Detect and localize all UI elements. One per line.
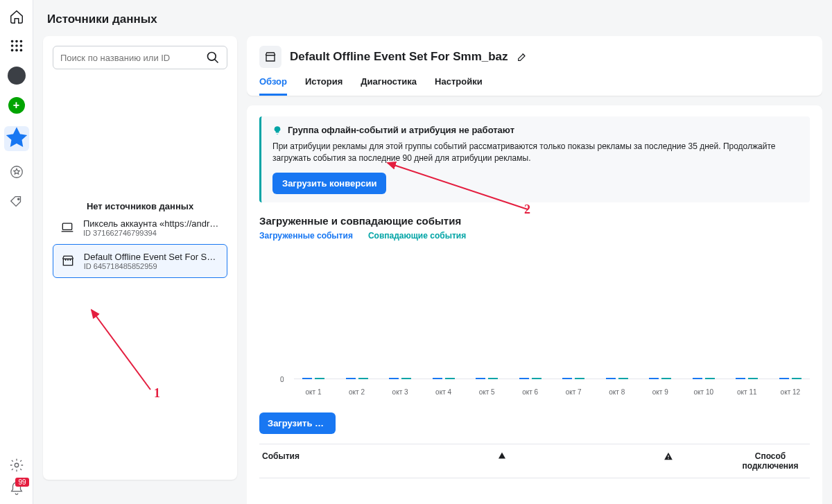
home-icon[interactable] <box>8 8 25 25</box>
annotation-number-2: 2 <box>524 202 530 217</box>
alert-title: Группа офлайн-событий и атрибуция не раб… <box>288 125 514 135</box>
notifications-icon[interactable]: 99 <box>8 480 25 497</box>
svg-point-1 <box>15 40 18 43</box>
nav-rail: + 99 <box>0 0 33 504</box>
add-button[interactable]: + <box>8 97 25 114</box>
svg-point-5 <box>19 44 22 47</box>
svg-point-12 <box>208 53 216 61</box>
search-box[interactable] <box>53 46 227 69</box>
col-warning-indicator <box>398 451 606 471</box>
store-icon <box>259 46 281 68</box>
event-set-title: Default Offline Event Set For Smm_baz <box>290 50 508 64</box>
store-icon <box>59 252 77 270</box>
events-section-title: Загруженные и совпадающие события <box>259 215 810 227</box>
svg-point-2 <box>19 40 22 43</box>
main-area: Источники данных Нет источников данных П… <box>33 0 832 504</box>
warning-triangle-icon <box>498 451 506 460</box>
svg-point-0 <box>10 40 13 43</box>
notification-badge: 99 <box>15 478 28 487</box>
tabs: Обзор История Диагностика Настройки <box>259 76 810 96</box>
body-card: Группа офлайн-событий и атрибуция не раб… <box>247 105 822 504</box>
data-sources-nav-icon[interactable] <box>4 126 29 151</box>
svg-rect-16 <box>668 455 668 457</box>
svg-rect-17 <box>668 458 668 459</box>
svg-point-3 <box>10 44 13 47</box>
events-table-header: События Способ подключения <box>259 444 810 478</box>
upload-conversions-button[interactable]: Загрузить конверсии <box>272 173 386 194</box>
col-events: События <box>259 451 398 471</box>
svg-rect-13 <box>62 223 71 229</box>
legend-uploaded: Загруженные события <box>259 231 353 241</box>
source-item-id: ID 371662746799394 <box>83 229 222 237</box>
source-item-title: Пиксель аккаунта «https://andrey… <box>83 218 222 229</box>
svg-point-4 <box>15 44 18 47</box>
search-icon <box>206 51 220 64</box>
tab-diagnostics[interactable]: Диагностика <box>361 76 417 96</box>
col-connection-method: Способ подключения <box>731 451 810 471</box>
source-item-id: ID 645718485852959 <box>84 262 221 270</box>
source-item-pixel[interactable]: Пиксель аккаунта «https://andrey… ID 371… <box>53 211 227 244</box>
chart-zero-label: 0 <box>280 376 284 383</box>
settings-icon[interactable] <box>8 457 25 473</box>
apps-grid-icon[interactable] <box>8 37 25 54</box>
upload-from-button[interactable]: Загрузить с… <box>259 412 336 434</box>
lightbulb-icon <box>272 125 282 135</box>
alert-box: Группа офлайн-событий и атрибуция не раб… <box>259 116 810 202</box>
avatar[interactable] <box>8 67 26 85</box>
alert-body: При атрибуции рекламы для этой группы со… <box>272 141 799 164</box>
alert-triangle-icon <box>664 451 673 461</box>
annotation-arrow-1 <box>85 306 161 397</box>
laptop-icon <box>58 218 76 236</box>
no-sources-label: Нет источников данных <box>53 201 227 211</box>
col-alert-indicator <box>606 451 731 471</box>
svg-point-8 <box>19 49 22 52</box>
svg-line-14 <box>92 310 150 390</box>
header-card: Default Offline Event Set For Smm_baz Об… <box>247 36 822 96</box>
edit-icon[interactable] <box>517 51 528 62</box>
svg-point-10 <box>17 198 19 200</box>
star-icon[interactable] <box>8 164 25 180</box>
svg-point-7 <box>15 49 18 52</box>
annotation-number-1: 1 <box>154 386 160 401</box>
source-item-offline-selected[interactable]: Default Offline Event Set For Smm_… ID 6… <box>53 244 227 278</box>
sources-list-card: Нет источников данных Пиксель аккаунта «… <box>43 36 237 480</box>
tab-settings[interactable]: Настройки <box>435 76 483 96</box>
tab-history[interactable]: История <box>305 76 343 96</box>
search-input[interactable] <box>60 53 206 63</box>
events-chart: 0 окт 1окт 2окт 3окт 4окт 5окт 6окт 7окт… <box>259 250 810 396</box>
svg-point-6 <box>10 49 13 52</box>
svg-point-11 <box>15 463 19 467</box>
page-title: Источники данных <box>33 0 832 36</box>
source-item-title: Default Offline Event Set For Smm_… <box>84 252 221 262</box>
tab-overview[interactable]: Обзор <box>259 76 287 96</box>
tag-icon[interactable] <box>8 193 25 209</box>
legend-matched: Совпадающие события <box>368 231 466 241</box>
